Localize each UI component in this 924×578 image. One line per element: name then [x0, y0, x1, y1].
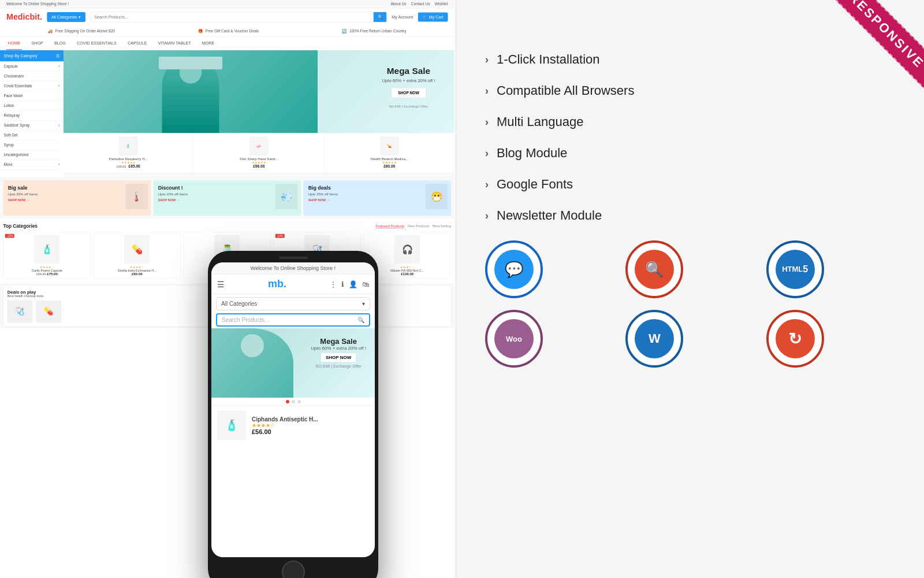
sidebar-item-label: Chooranam [4, 74, 24, 79]
sidebar-item-label: Lotion [4, 103, 14, 108]
nav-shop[interactable]: SHOP [30, 37, 45, 50]
chevron-icon: › [485, 85, 489, 97]
tech-icon-wordpress[interactable]: W [625, 310, 683, 368]
hero-image-area [64, 50, 318, 133]
benefit-1-text: Free Shipping On Order Above $20 [55, 29, 115, 34]
cart-icon: 🛒 [422, 14, 427, 19]
sidebar-item-covid[interactable]: Covid Essentials › [0, 81, 64, 91]
feat-product-price-3: £80.00 [328, 164, 451, 169]
mobile-speaker-area [211, 257, 375, 259]
category-btn-label: All Categories [51, 14, 77, 19]
feat-product-img-2: 🧼 [249, 136, 269, 155]
mobile-search-icon[interactable]: 🔍 [357, 317, 364, 323]
mobile-product[interactable]: 🧴 Ciphands Antiseptic H... ★★★★☆ £56.00 [211, 406, 375, 444]
product-price-val-1: £75.00 [47, 272, 58, 276]
section-title: Top Categories [3, 224, 38, 229]
mobile-product-info: Ciphands Antiseptic H... ★★★★☆ £56.00 [252, 416, 318, 435]
mobile-hero-image [211, 328, 293, 398]
sidebar-item-label: More [4, 162, 13, 167]
my-account-link[interactable]: My Account [392, 14, 413, 19]
feat-product-2[interactable]: 🧼 Fish Sharp Hand Sanit... ★★★★★ £98.00 [194, 133, 324, 172]
mobile-hero-sub: Upto 60% + extra 20% off ! [311, 346, 366, 351]
promo-card-2: Discount ! Upto 15% off Items SHOP NOW →… [153, 180, 301, 216]
feature-label-5: Google Fonts [497, 177, 573, 192]
category-button[interactable]: All Categories ▾ [47, 12, 85, 22]
nav-home[interactable]: HOME [6, 37, 22, 50]
nav-vitamin[interactable]: VITAMIN TABLET [157, 37, 192, 50]
mobile-hero-note: NO EMI | Exchange Offer [311, 364, 366, 368]
mobile-hero-text: Mega Sale Upto 60% + extra 20% off ! SHO… [311, 337, 366, 368]
chevron-icon: › [485, 210, 489, 222]
nav-capsule[interactable]: CAPSULE [126, 37, 148, 50]
sidebar-item-more[interactable]: More › [0, 160, 64, 170]
mobile-cart-icon[interactable]: 🛍 [362, 280, 369, 288]
sidebar-item-uncategorized[interactable]: Uncategorized [0, 150, 64, 160]
sidebar-item-lotion[interactable]: Lotion [0, 101, 64, 110]
feature-4: › Blog Module [485, 146, 895, 161]
product-img-2: 💊 [124, 235, 150, 264]
hero-cta-button[interactable]: SHOP NOW [392, 88, 426, 98]
sidebar-item-relispray[interactable]: Relispray [0, 110, 64, 120]
return-icon: 🔄 [342, 29, 346, 34]
mobile-dots-icon[interactable]: ⋮ [330, 280, 337, 288]
topbar-links: About Us Contact Us Wishlist [390, 2, 448, 6]
mobile-product-price: £56.00 [252, 428, 318, 435]
mobile-category-select[interactable]: All Categories ▾ [216, 297, 370, 310]
product-card-1[interactable]: -12% 🧴 ★★★★☆ Garlic Pearls Capsule £86.0… [3, 232, 91, 279]
feat-product-1[interactable]: 🧴 Palmolive Raspberry H... ★★★★★ £98.00 … [64, 133, 193, 172]
mobile-search-bar[interactable]: Search Products... 🔍 [216, 313, 370, 327]
mobile-info-icon[interactable]: ℹ [341, 280, 344, 288]
sidebar-item-capsule[interactable]: Capsule › [0, 61, 64, 71]
tech-icon-woo[interactable]: Woo [485, 310, 543, 368]
sidebar-menu-icon: ☰ [56, 53, 60, 58]
mobile-preview-container: Welcome To Online Shopping Store ! ☰ mb.… [208, 251, 378, 578]
search-input[interactable] [91, 12, 374, 22]
mobile-hero-cta[interactable]: SHOP NOW [321, 353, 356, 362]
topbar: Welcome To Online Shopping Store ! About… [0, 0, 454, 9]
wishlist-link[interactable]: Wishlist [435, 2, 448, 6]
nav-more[interactable]: MORE [200, 37, 216, 50]
nav-covid[interactable]: COVID ESSENTIALS [75, 37, 118, 50]
about-link[interactable]: About Us [390, 2, 406, 6]
promo-card-1: Big sale Upto 20% off Items SHOP NOW → 🌡… [3, 180, 151, 216]
main-content: Shop By Category ☰ Capsule › Chooranam C… [0, 50, 454, 177]
promo-card-3: Big deals Upto 25% off Items SHOP NOW → … [303, 180, 451, 216]
chevron-icon: › [485, 147, 489, 160]
product-img-5: 🎧 [394, 235, 420, 264]
sidebar-item-syrup[interactable]: Syrup [0, 140, 64, 150]
cart-button[interactable]: 🛒 My Cart [418, 12, 448, 21]
hero-banner: Mega Sale Upto 60% + extra 20% off ! SHO… [64, 50, 454, 133]
search-button[interactable]: 🔍 [374, 12, 387, 22]
mobile-user-icon[interactable]: 👤 [349, 280, 357, 288]
sidebar-item-chooranam[interactable]: Chooranam [0, 71, 64, 81]
promo-img-2: 💨 [275, 184, 298, 209]
mobile-product-name: Ciphands Antiseptic H... [252, 416, 318, 423]
cart-label: My Cart [429, 14, 444, 19]
deal-title-1: Deals on play [8, 290, 222, 295]
chevron-right-icon: › [58, 123, 59, 128]
tech-icon-refresh[interactable]: ↻ [766, 310, 824, 368]
mobile-menu-icon[interactable]: ☰ [217, 280, 225, 289]
tab-bestselling[interactable]: Best Selling [433, 224, 451, 228]
sidebar-item-softgel[interactable]: Soft Gel [0, 131, 64, 140]
features-panel: RESPONSIVE › 1-Click Installation › Comp… [456, 0, 924, 578]
feature-label-4: Blog Module [497, 146, 567, 161]
nav-blog[interactable]: BLOG [53, 37, 67, 50]
tech-icon-html5[interactable]: HTML5 [766, 240, 824, 298]
dot-1 [292, 400, 295, 403]
featured-products: 🧴 Palmolive Raspberry H... ★★★★★ £98.00 … [64, 133, 454, 172]
product-card-2[interactable]: 💊 ★★★★☆ Similia India Echinacea H... £80… [93, 232, 181, 279]
mobile-home-btn-area [211, 561, 375, 578]
sidebar-item-sanitizer[interactable]: Sanitizer Spray › [0, 120, 64, 130]
tech-icon-search[interactable]: 🔍 [625, 240, 683, 298]
tab-new[interactable]: New Products [408, 224, 430, 228]
sidebar-title: Shop By Category [4, 53, 38, 58]
tab-featured[interactable]: Featured Products [376, 224, 405, 228]
feat-product-3[interactable]: 💊 Health Biotech Medica... ★★★★★ £80.00 [325, 133, 454, 172]
benefit-3: 🔄 100% Free Return Urban Country [342, 29, 406, 34]
contact-link[interactable]: Contact Us [411, 2, 430, 6]
sidebar-item-facewash[interactable]: Face Wash [0, 91, 64, 101]
tech-icon-chat[interactable]: 💬 [485, 240, 543, 298]
mobile-home-button[interactable] [282, 561, 305, 578]
sidebar: Shop By Category ☰ Capsule › Chooranam C… [0, 50, 64, 177]
